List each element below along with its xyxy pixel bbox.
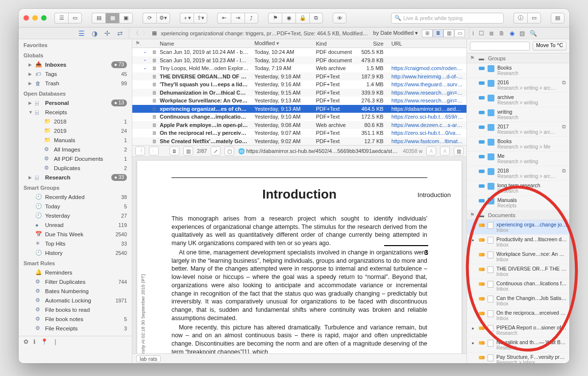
- view-split-button[interactable]: ▦: [105, 13, 119, 24]
- sidebar-item[interactable]: 📁20181: [19, 117, 132, 126]
- col-url[interactable]: URL: [389, 41, 466, 47]
- search-field[interactable]: 🔍 Live & prefix while typing: [391, 13, 504, 24]
- sidebar-item[interactable]: 📁201924: [19, 126, 132, 135]
- inspector-document-item[interactable]: Continuous chan…lications for HRDInbox: [467, 279, 569, 294]
- col-modified[interactable]: Modified ▾: [251, 40, 313, 47]
- nav-forward-button[interactable]: 〉: [143, 29, 148, 37]
- lock-button[interactable]: 🔒: [295, 13, 309, 24]
- table-row[interactable]: 🗎Workplace Surveillance: An OverviewYest…: [132, 97, 466, 105]
- preview-pane[interactable]: Introduction 3 Introduction This monogra…: [132, 157, 466, 353]
- import-button[interactable]: ⇤: [217, 13, 231, 24]
- nav-back-button[interactable]: 〈: [133, 29, 139, 37]
- sidebar-mode-tags-icon[interactable]: ⇄: [117, 29, 123, 37]
- table-row[interactable]: 🗎On the reciprocal rel…y perceived contr…: [132, 129, 466, 137]
- col-kind[interactable]: Kind: [313, 41, 357, 47]
- table-row[interactable]: 🗎xperiencing organizat…es of change jour…: [132, 105, 466, 113]
- inspector-search[interactable]: [470, 42, 530, 50]
- pv-continuous-button[interactable]: ▥: [183, 147, 193, 155]
- sidebar-item[interactable]: ▶🗑Trash99: [19, 78, 132, 88]
- inspector-group-item[interactable]: BooksResearch: [467, 63, 569, 78]
- sidebar-item[interactable]: 📅Due This Week2540: [19, 229, 132, 239]
- sidebar-tag-icon[interactable]: ❘: [53, 338, 58, 345]
- pv-url[interactable]: 🌐 https://dabamirror.sci-hub.tw/4502/4…5…: [238, 148, 399, 154]
- insp-doc-icon[interactable]: 🗎: [499, 30, 505, 37]
- new-item-button[interactable]: ＋▾: [180, 13, 194, 24]
- open-link-button[interactable]: ⤴: [245, 13, 258, 24]
- info-button[interactable]: ⓘ: [514, 13, 527, 24]
- view-preview-button[interactable]: ▣: [119, 13, 133, 24]
- inspector-toggle-button[interactable]: ▤: [551, 13, 564, 24]
- table-row[interactable]: 🗎Dehumanization in Or…thical Considerati…: [132, 89, 466, 97]
- sidebar-item[interactable]: 🕘Yesterday27: [19, 211, 132, 220]
- table-row[interactable]: •🗎Scan Jun 10, 2019 at 10.24 AM - booksT…: [132, 48, 466, 56]
- table-row[interactable]: 🗎Continuous change…implications for HRDY…: [132, 113, 466, 121]
- insp-search-icon[interactable]: 🔍: [530, 30, 537, 37]
- insp-annot-icon[interactable]: ☐: [479, 30, 484, 37]
- inspector-group-item[interactable]: 2016Research > writing > archive⧉: [467, 78, 569, 93]
- sidebar-item[interactable]: ⚙Filter Duplicates744: [19, 277, 132, 286]
- table-row[interactable]: 🗎She Created Netflix'…mately Got Her Fir…: [132, 137, 466, 146]
- reload-button[interactable]: ⟳: [143, 13, 156, 24]
- sidebar-item[interactable]: ⚙All PDF Documents1: [19, 154, 132, 163]
- insp-info-icon[interactable]: i: [472, 30, 474, 37]
- sidebar-item[interactable]: 🔔Reminders: [19, 268, 132, 277]
- sidebar-item[interactable]: ▶📥Inboxes● 73: [19, 60, 132, 69]
- sidebar-item[interactable]: ⚙Automatic Locking1971: [19, 296, 132, 305]
- inspector-group-item[interactable]: 2018Research > writing > archive⧉: [467, 166, 569, 181]
- sidebar-add-button[interactable]: ✿: [24, 338, 28, 345]
- table-row[interactable]: •🗎Tiny Loops, Hold Me…oden Explorers Arc…: [132, 64, 466, 73]
- inspector-group-item[interactable]: writingResearch: [467, 107, 569, 122]
- sidebar-pin-icon[interactable]: 📍: [41, 338, 48, 345]
- sidebar-item[interactable]: ▶⌸Personal● 13: [19, 98, 132, 107]
- move-to-button[interactable]: Move To ^C: [533, 42, 566, 50]
- inspector-document-item[interactable]: ●PIPEDA Report o…sioner of CanadaResearc…: [467, 323, 569, 338]
- sidebar-mode-list-icon[interactable]: ☰: [78, 29, 85, 37]
- view-list-button[interactable]: ▤: [92, 13, 105, 24]
- inspector-group-item[interactable]: long term researchResearch: [467, 181, 569, 196]
- tag-chip[interactable]: lab rats: [136, 355, 161, 362]
- view-list-button-2[interactable]: ≣: [433, 29, 443, 37]
- minimize-window-button[interactable]: [32, 15, 38, 21]
- sidebar-mode-graph-icon[interactable]: ✢: [104, 29, 110, 37]
- sidebar-info-icon[interactable]: ℹ︎: [33, 338, 36, 345]
- sidebar-item[interactable]: 📁Manuals1: [19, 135, 132, 145]
- pv-text-smaller-button[interactable]: A: [426, 147, 436, 155]
- view-columns-button[interactable]: ▥: [443, 29, 454, 37]
- sidebar-item[interactable]: 🕘Recently Added38: [19, 192, 132, 201]
- inspector-group-item[interactable]: ManualsReceipts: [467, 196, 569, 210]
- share-button[interactable]: ⇪▾: [194, 13, 207, 24]
- sidebar-item[interactable]: ●Unread119: [19, 220, 132, 229]
- pv-text-larger-button[interactable]: A: [440, 147, 450, 155]
- sidebar-item[interactable]: 🕘History2540: [19, 248, 132, 257]
- inspector-document-item[interactable]: ●Productivity and…ltiscreen displaysInbo…: [467, 235, 569, 250]
- pv-back-button[interactable]: 〈: [135, 147, 145, 155]
- sidebar-item[interactable]: ⚙File Receipts3: [19, 324, 132, 333]
- pv-zoom-actual-button[interactable]: ▢: [224, 147, 234, 155]
- table-row[interactable]: •🗎Scan Jun 10, 2019 at 10.23 AM - lamy p…: [132, 56, 466, 65]
- sidebar-item[interactable]: ▶⌸Research● 33: [19, 173, 132, 182]
- insp-outline-icon[interactable]: ≣: [489, 30, 494, 37]
- breadcrumb[interactable]: xperiencing organizational change: trigg…: [161, 30, 369, 36]
- close-window-button[interactable]: [24, 15, 29, 21]
- sidebar-item[interactable]: 🕘Today5: [19, 201, 132, 211]
- inspector-document-item[interactable]: On the reciproca…erceived control?Inbox: [467, 308, 569, 323]
- sidebar-item[interactable]: ⚙File book notes5: [19, 314, 132, 324]
- sidebar-mode-glasses-icon[interactable]: ◑: [92, 29, 98, 37]
- sidebar-item[interactable]: ▶🏷Tags45: [19, 69, 132, 78]
- inspector-document-item[interactable]: Workplace Surve…nce: An OverviewInbox: [467, 250, 569, 264]
- insp-seealso-icon[interactable]: ◉: [510, 30, 514, 37]
- inspector-document-item[interactable]: THE DIVERSE OR…F THE RAINBOWInbox: [467, 264, 569, 279]
- layout-button[interactable]: ▭: [68, 13, 82, 24]
- sidebar-toggle-button[interactable]: ☰: [54, 13, 68, 24]
- table-row[interactable]: 🗎THE DIVERSE ORGAN…ND OF THE RAINBOWYest…: [132, 73, 466, 81]
- log-button[interactable]: ▭: [527, 13, 541, 24]
- inspector-group-item[interactable]: MeResearch > writing: [467, 151, 569, 166]
- sidebar-item[interactable]: ⚙All Images2: [19, 145, 132, 154]
- inspector-document-item[interactable]: Pay Structure, F…versity professorsResea…: [467, 352, 569, 363]
- sidebar-item[interactable]: ⚙File books to read: [19, 305, 132, 314]
- insp-thumb-icon[interactable]: ▤: [519, 30, 525, 37]
- pv-forward-button[interactable]: 〉: [149, 147, 159, 155]
- inspector-group-item[interactable]: archiveResearch > writing: [467, 93, 569, 107]
- flag-button[interactable]: ⚑: [268, 13, 282, 24]
- sidebar-item[interactable]: ▼⌸Receipts: [19, 107, 132, 117]
